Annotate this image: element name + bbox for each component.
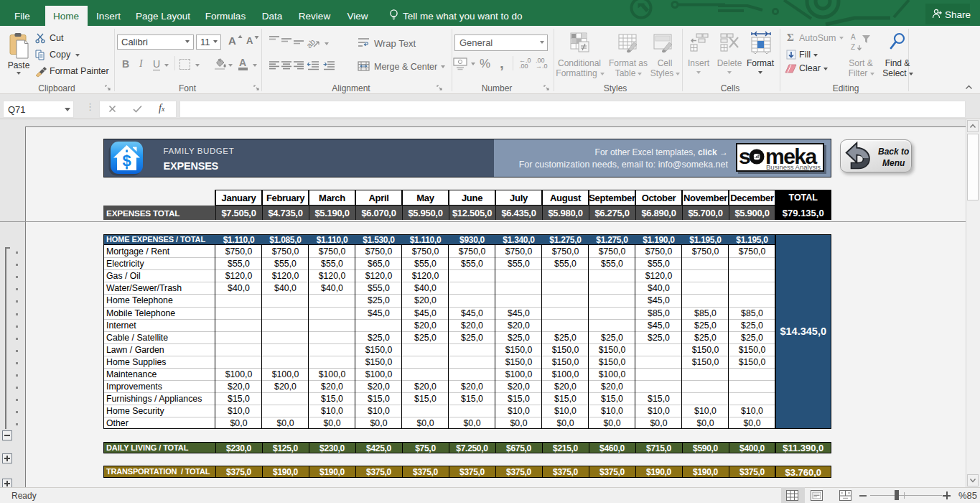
svg-text:Z: Z [851,43,855,51]
svg-text:A: A [851,33,856,41]
svg-text:s: s [739,144,750,168]
